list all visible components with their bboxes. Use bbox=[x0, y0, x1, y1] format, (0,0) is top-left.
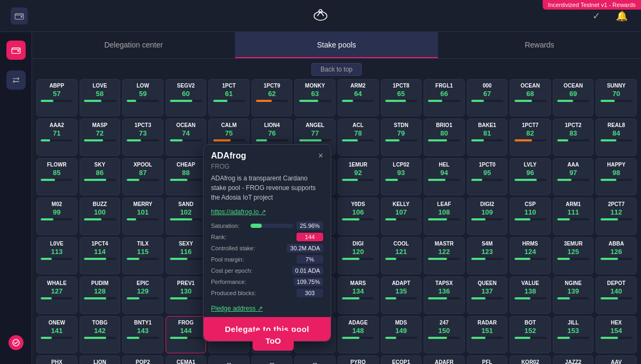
pool-card[interactable]: 1PCT9 62 bbox=[252, 79, 293, 116]
pool-card[interactable]: 247 150 bbox=[424, 316, 465, 353]
pool-card[interactable]: FRGL1 66 bbox=[424, 79, 465, 116]
pool-card[interactable]: FLOWR 85 bbox=[36, 158, 77, 195]
pool-card[interactable]: 3EMUR 125 bbox=[553, 237, 594, 274]
pool-card[interactable]: SKY 86 bbox=[80, 158, 121, 195]
pool-card[interactable]: LION 156 bbox=[80, 355, 121, 364]
pool-card[interactable]: LOW 59 bbox=[122, 79, 163, 116]
popup-close-button[interactable]: × bbox=[318, 151, 323, 161]
pool-card[interactable]: 1PCT4 114 bbox=[80, 237, 121, 274]
pool-card[interactable]: SEGV2 60 bbox=[166, 79, 207, 116]
pool-card[interactable]: 1PCT7 82 bbox=[510, 118, 551, 156]
pool-card[interactable]: ACL 78 bbox=[338, 118, 379, 156]
pool-card[interactable]: TILX 115 bbox=[122, 237, 163, 274]
pool-card[interactable]: JILL 153 bbox=[553, 316, 594, 353]
pool-card[interactable]: ADAFR 164 bbox=[424, 355, 465, 364]
wallet-icon[interactable] bbox=[11, 7, 28, 25]
pool-card[interactable]: SUNNY 70 bbox=[596, 79, 637, 116]
pool-card[interactable]: AAA 97 bbox=[553, 158, 594, 195]
pool-card[interactable]: VALUE 138 bbox=[510, 276, 551, 314]
pool-card[interactable]: EPIC 129 bbox=[122, 276, 163, 314]
pool-card[interactable]: KELLY 107 bbox=[381, 197, 422, 235]
sidebar-exchange-icon[interactable] bbox=[6, 70, 26, 90]
pool-card[interactable]: CSP 110 bbox=[510, 197, 551, 235]
pool-card[interactable]: DEPOT 140 bbox=[596, 276, 637, 314]
pool-card[interactable]: ... 161 bbox=[294, 355, 335, 364]
pool-card[interactable]: ABPP 57 bbox=[36, 79, 77, 116]
popup-link[interactable]: https://adafrog.io ↗ bbox=[204, 207, 331, 221]
pool-card[interactable]: PUDIM 128 bbox=[80, 276, 121, 314]
pool-card[interactable]: S4M 123 bbox=[467, 237, 508, 274]
pledge-address-link[interactable]: Pledge address ↗ bbox=[211, 305, 263, 312]
pool-card[interactable]: BNTY1 143 bbox=[122, 316, 163, 353]
pool-card[interactable]: AAA2 71 bbox=[36, 118, 77, 156]
pool-card[interactable]: 1PCT3 73 bbox=[122, 118, 163, 156]
pool-card[interactable]: NGINE 139 bbox=[553, 276, 594, 314]
pool-card[interactable]: HAPPY 98 bbox=[596, 158, 637, 195]
tab-stake-pools[interactable]: Stake pools bbox=[235, 32, 438, 58]
too-button[interactable]: ToO bbox=[253, 331, 294, 351]
pool-card[interactable]: BAKE1 81 bbox=[467, 118, 508, 156]
pool-card[interactable]: 2PCT7 112 bbox=[596, 197, 637, 235]
pool-card[interactable]: 1EMUR 92 bbox=[338, 158, 379, 195]
pool-card[interactable]: ABBA 126 bbox=[596, 237, 637, 274]
pool-card[interactable]: TOBG 142 bbox=[80, 316, 121, 353]
pool-card[interactable]: DIGI 120 bbox=[338, 237, 379, 274]
pool-card[interactable]: DIGI2 109 bbox=[467, 197, 508, 235]
sidebar-wallet-icon[interactable] bbox=[6, 41, 26, 60]
pool-card[interactable]: STDN 79 bbox=[381, 118, 422, 156]
pool-card[interactable]: MASTR 122 bbox=[424, 237, 465, 274]
pool-card[interactable]: WHALE 127 bbox=[36, 276, 77, 314]
pool-card[interactable]: PYRO 162 bbox=[338, 355, 379, 364]
pool-card[interactable]: BOT 152 bbox=[510, 316, 551, 353]
pool-card[interactable]: LOVE 58 bbox=[80, 79, 121, 116]
pool-card[interactable]: 000 67 bbox=[467, 79, 508, 116]
back-to-top-button[interactable]: Back to top bbox=[311, 63, 362, 76]
pool-card[interactable]: MARS 134 bbox=[338, 276, 379, 314]
popup-website-link[interactable]: https://adafrog.io ↗ bbox=[211, 208, 266, 216]
pool-card[interactable]: RADAR 151 bbox=[467, 316, 508, 353]
pool-card[interactable]: HEX 154 bbox=[596, 316, 637, 353]
pool-card[interactable]: OCEAN 74 bbox=[166, 118, 207, 156]
pool-card[interactable]: ADAPT 135 bbox=[381, 276, 422, 314]
pool-card[interactable]: BRIO1 80 bbox=[424, 118, 465, 156]
pool-card[interactable]: REAL8 84 bbox=[596, 118, 637, 156]
pool-card[interactable]: MASP 72 bbox=[80, 118, 121, 156]
pool-card[interactable]: PFL 165 bbox=[467, 355, 508, 364]
pool-card[interactable]: M02 99 bbox=[36, 197, 77, 235]
tab-rewards[interactable]: Rewards bbox=[438, 32, 641, 58]
pool-card[interactable]: ADAGE 148 bbox=[338, 316, 379, 353]
pool-card[interactable]: ECOP1 163 bbox=[381, 355, 422, 364]
pool-card[interactable]: PREV1 130 bbox=[166, 276, 207, 314]
pool-card[interactable]: AAV 168 bbox=[596, 355, 637, 364]
bell-icon[interactable]: 🔔 bbox=[613, 7, 630, 25]
pool-card[interactable]: POP2 157 bbox=[122, 355, 163, 364]
pool-card[interactable]: OCEAN 69 bbox=[553, 79, 594, 116]
pool-card[interactable]: 1PCT 61 bbox=[208, 79, 249, 116]
pool-card[interactable]: QUEEN 137 bbox=[467, 276, 508, 314]
pool-card[interactable]: PHX 155 bbox=[36, 355, 77, 364]
popup-pledge[interactable]: Pledge address ↗ bbox=[204, 303, 331, 317]
pool-card[interactable]: ... 159 bbox=[208, 355, 249, 364]
pool-card[interactable]: SEXY 116 bbox=[166, 237, 207, 274]
pool-card[interactable]: CHEAP 88 bbox=[166, 158, 207, 195]
pool-card[interactable]: HEL 94 bbox=[424, 158, 465, 195]
pool-card[interactable]: MONKY 63 bbox=[294, 79, 335, 116]
pool-card[interactable]: ARM1 111 bbox=[553, 197, 594, 235]
checkmark-icon[interactable]: ✓ bbox=[588, 7, 605, 25]
pool-card[interactable]: LCP02 93 bbox=[381, 158, 422, 195]
pool-card[interactable]: 1PCT8 65 bbox=[381, 79, 422, 116]
pool-card[interactable]: SAND 102 bbox=[166, 197, 207, 235]
pool-card[interactable]: LVLY 96 bbox=[510, 158, 551, 195]
pool-card[interactable]: COOL 121 bbox=[381, 237, 422, 274]
pool-card[interactable]: HRMS 124 bbox=[510, 237, 551, 274]
pool-card[interactable]: L0VE 113 bbox=[36, 237, 77, 274]
pool-card[interactable]: ONEW 141 bbox=[36, 316, 77, 353]
pool-card[interactable]: 1PCT2 83 bbox=[553, 118, 594, 156]
pool-card[interactable]: BUZZ 100 bbox=[80, 197, 121, 235]
pool-card[interactable]: ... 160 bbox=[252, 355, 293, 364]
pool-card[interactable]: KOR02 166 bbox=[510, 355, 551, 364]
pool-card[interactable]: CEMA1 158 bbox=[166, 355, 207, 364]
pool-card[interactable]: JAZZ2 167 bbox=[553, 355, 594, 364]
pool-card[interactable]: 1PCT0 95 bbox=[467, 158, 508, 195]
pool-card[interactable]: MERRY 101 bbox=[122, 197, 163, 235]
